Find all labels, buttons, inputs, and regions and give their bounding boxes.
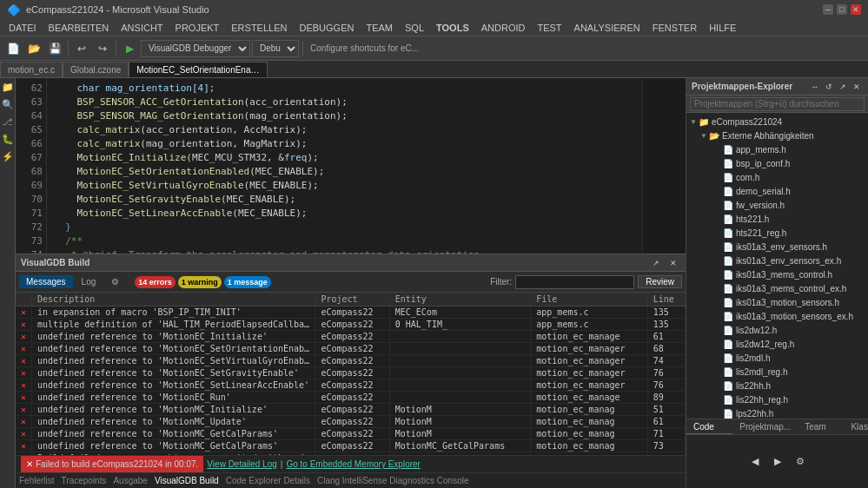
menu-item-projekt[interactable]: PROJEKT <box>170 19 225 36</box>
build-panel-float-button[interactable]: ↗ <box>649 256 663 270</box>
props-back-button[interactable]: ◀ <box>745 452 765 472</box>
embedded-memory-link[interactable]: Go to Embedded Memory Explorer <box>286 459 421 469</box>
props-tab-code-explorer[interactable]: Code Explorer <box>686 419 732 434</box>
se-sync-button[interactable]: ↔ <box>809 81 821 93</box>
col-description[interactable]: Description <box>32 293 315 307</box>
menu-item-datei[interactable]: DATEI <box>3 19 42 36</box>
tree-file-item[interactable]: 📄hts221.h <box>711 212 868 226</box>
footer-tab-1[interactable]: Tracepoints <box>62 476 107 485</box>
editor-content[interactable]: 6263646566676869707172737475767778798081… <box>16 78 686 254</box>
table-row[interactable]: ✕ undefined reference to 'MotionEC_SetVi… <box>16 355 686 367</box>
footer-tab-0[interactable]: Fehlerlist <box>19 476 55 485</box>
se-refresh-button[interactable]: ↺ <box>823 81 835 93</box>
new-file-button[interactable]: 📄 <box>3 39 23 58</box>
activity-ext-icon[interactable]: ⚡ <box>1 151 15 165</box>
props-forward-button[interactable]: ▶ <box>768 452 787 472</box>
maximize-button[interactable]: □ <box>837 4 847 15</box>
menu-item-fenster[interactable]: FENSTER <box>647 19 702 36</box>
code-content[interactable]: char mag_orientation[4]; BSP_SENSOR_ACC_… <box>47 78 642 254</box>
menu-item-tools[interactable]: TOOLS <box>431 19 474 36</box>
review-button[interactable]: Review <box>638 275 682 288</box>
col-entity[interactable]: Entity <box>389 293 531 307</box>
menu-item-android[interactable]: ANDROID <box>476 19 531 36</box>
activity-explorer-icon[interactable]: 📁 <box>1 82 15 96</box>
tab-2[interactable]: MotionEC_SetOrientationEnabled(MEC_state… <box>129 62 268 77</box>
props-tab-klassenansicht[interactable]: Klassenansicht <box>844 419 868 434</box>
se-close-button[interactable]: ✕ <box>851 81 863 93</box>
menu-item-debuggen[interactable]: DEBUGGEN <box>294 19 359 36</box>
menu-item-test[interactable]: TEST <box>532 19 567 36</box>
se-float-button[interactable]: ↗ <box>837 81 849 93</box>
menu-item-sql[interactable]: SQL <box>400 19 429 36</box>
activity-debug-icon[interactable]: 🐛 <box>1 134 15 148</box>
table-row[interactable]: ✕ undefined reference to 'MotionEC_Initi… <box>16 331 686 343</box>
table-row[interactable]: ✕ multiple definition of 'HAL_TIM_Period… <box>16 319 686 331</box>
open-file-button[interactable]: 📂 <box>24 39 43 58</box>
tree-file-item[interactable]: 📄lps22hh.h <box>711 406 868 419</box>
build-tab-log[interactable]: Log <box>75 275 103 288</box>
tree-file-item[interactable]: 📄app_mems.h <box>711 142 868 156</box>
footer-tab-2[interactable]: Ausgabe <box>113 476 147 485</box>
build-tab-warnings-count[interactable]: 14 errors 1 warning 1 message <box>128 274 278 290</box>
tree-file-item[interactable]: 📄lis2mdl.h <box>711 351 868 365</box>
debugger-select[interactable]: VisualGDB Debugger <box>141 40 250 57</box>
props-gear-button[interactable]: ⚙ <box>791 452 810 472</box>
menu-item-team[interactable]: TEAM <box>361 19 398 36</box>
col-file[interactable]: File <box>531 293 647 307</box>
footer-tab-4[interactable]: Code Explorer Details <box>226 476 310 485</box>
activity-search-icon[interactable]: 🔍 <box>1 99 15 113</box>
se-search-input[interactable] <box>690 97 865 111</box>
build-panel-close-button[interactable]: ✕ <box>666 256 680 270</box>
tree-file-item[interactable]: 📄lis22hh_reg.h <box>711 392 868 406</box>
table-row[interactable]: ✕ undefined reference to 'MotionEC_SetLi… <box>16 379 686 392</box>
tree-file-item[interactable]: 📄lis22hh.h <box>711 379 868 392</box>
menu-item-hilfe[interactable]: HILFE <box>704 19 741 36</box>
activity-git-icon[interactable]: ⎇ <box>1 116 15 130</box>
table-row[interactable]: ✕ undefined reference to 'MotionMC_Initi… <box>16 404 686 416</box>
minimize-button[interactable]: ─ <box>823 4 833 15</box>
tree-file-item[interactable]: 📄iks01a3_motion_sensors_ex.h <box>711 309 868 323</box>
props-tab-team-explorer[interactable]: Team Explorer <box>798 419 844 434</box>
footer-tab-3[interactable]: VisualGDB Build <box>155 476 219 485</box>
config-select[interactable]: Debu <box>252 40 299 57</box>
filter-input[interactable] <box>515 275 634 289</box>
save-button[interactable]: 💾 <box>45 39 64 58</box>
tree-file-item[interactable]: 📄iks01a3_motion_sensors.h <box>711 295 868 309</box>
tree-file-item[interactable]: 📄lis2mdl_reg.h <box>711 365 868 379</box>
footer-tab-5[interactable]: Clang IntelliSense Diagnostics Console <box>317 476 469 485</box>
tab-0[interactable]: motion_ec.c <box>0 62 63 77</box>
table-row[interactable]: ✕ undefined reference to 'MotionEC_Run' … <box>16 392 686 404</box>
table-row[interactable]: ✕ in expansion of macro 'BSP_IP_TIM_INIT… <box>16 307 686 319</box>
menu-item-erstellen[interactable]: ERSTELLEN <box>226 19 292 36</box>
tree-file-item[interactable]: 📄iks01a3_env_sensors.h <box>711 240 868 254</box>
build-tab-messages[interactable]: Messages <box>19 275 73 288</box>
table-row[interactable]: ✕ undefined reference to 'MotionEC_SetGr… <box>16 367 686 379</box>
tree-file-item[interactable]: 📄bsp_ip_conf.h <box>711 156 868 170</box>
redo-button[interactable]: ↪ <box>93 39 112 58</box>
tree-file-item[interactable]: 📄iks01a3_env_sensors_ex.h <box>711 254 868 267</box>
tree-file-item[interactable]: 📄com.h <box>711 170 868 184</box>
menu-item-bearbeiten[interactable]: BEARBEITEN <box>43 19 115 36</box>
table-row[interactable]: ✕ undefined reference to 'MotionMC_GetCa… <box>16 428 686 440</box>
props-tab-projektmap[interactable]: Projektmap... <box>732 419 798 434</box>
tab-1[interactable]: Global.czone <box>63 62 129 77</box>
tree-file-item[interactable]: 📄demo_serial.h <box>711 184 868 198</box>
table-row[interactable]: ✕ undefined reference to 'MotionEC_SetOr… <box>16 343 686 355</box>
col-project[interactable]: Project <box>315 293 389 307</box>
build-table[interactable]: Description Project Entity File Line ✕ i… <box>16 293 686 455</box>
tree-file-item[interactable]: 📄iks01a3_mems_control_ex.h <box>711 281 868 295</box>
start-debug-button[interactable]: ▶ <box>120 39 139 58</box>
menu-item-ansicht[interactable]: ANSICHT <box>116 19 168 36</box>
table-row[interactable]: ✕ undefined reference to 'MotionMC_Updat… <box>16 416 686 428</box>
close-button[interactable]: ✕ <box>851 4 861 15</box>
menu-item-analysieren[interactable]: ANALYSIEREN <box>569 19 646 36</box>
detailed-log-link[interactable]: View Detailed Log <box>207 459 276 469</box>
tree-root[interactable]: ▼ 📁 eCompass221024 <box>686 115 868 129</box>
build-tab-settings[interactable]: ⚙ <box>104 275 126 288</box>
tree-file-item[interactable]: 📄iks01a3_mems_control.h <box>711 267 868 281</box>
undo-button[interactable]: ↩ <box>72 39 91 58</box>
tree-file-item[interactable]: 📄hts221_reg.h <box>711 226 868 240</box>
table-row[interactable]: ✕ undefined reference to 'MotionMC_GetCa… <box>16 440 686 452</box>
tree-file-item[interactable]: 📄lis2dw12.h <box>711 323 868 337</box>
tree-file-item[interactable]: 📄lis2dw12_reg.h <box>711 337 868 351</box>
